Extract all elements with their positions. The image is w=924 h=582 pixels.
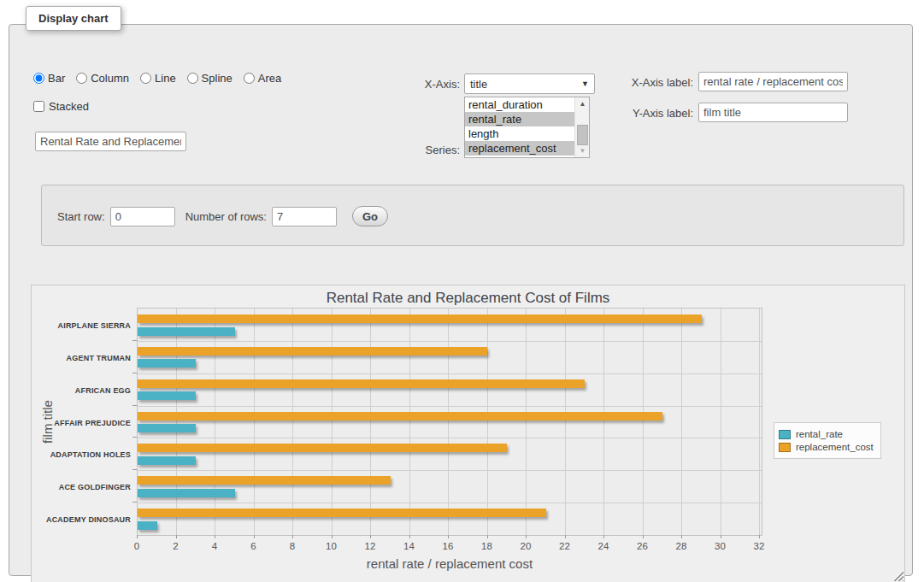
radio-area[interactable]: [244, 73, 255, 84]
x-axis-select[interactable]: title ▼: [464, 73, 595, 94]
radio-column[interactable]: [76, 73, 87, 84]
gridline-vertical: [721, 309, 721, 535]
gridline-vertical: [292, 309, 293, 535]
gridline-vertical: [254, 309, 255, 535]
legend-swatch-0: [779, 430, 791, 439]
scroll-down-icon[interactable]: ▼: [575, 144, 590, 157]
stacked-checkbox-row[interactable]: Stacked: [33, 100, 89, 113]
series-select-label: Series:: [385, 144, 460, 156]
gridline-vertical: [603, 309, 604, 535]
chart-title-input[interactable]: [35, 132, 186, 151]
bar-rental_rate: [138, 424, 196, 432]
x-axis-selected-value: title: [470, 78, 581, 91]
bar-rental_rate: [138, 359, 196, 367]
x-tick-mark: [603, 535, 604, 538]
radio-option-area[interactable]: Area: [244, 72, 281, 85]
x-tick-label: 14: [403, 541, 415, 551]
bar-rental_rate: [138, 391, 196, 400]
category-label: AFRICAN EGG: [32, 386, 131, 395]
x-tick-label: 20: [521, 541, 532, 551]
start-row-input[interactable]: [110, 207, 175, 226]
y-tick-mark: [132, 469, 137, 470]
x-tick-label: 8: [290, 541, 295, 551]
legend-label-replacement-cost: replacement_cost: [796, 442, 874, 452]
series-option-replacement-cost[interactable]: replacement_cost: [465, 141, 574, 156]
legend-swatch-1: [779, 443, 791, 452]
x-tick-mark: [721, 535, 721, 538]
chevron-down-icon: ▼: [581, 79, 589, 88]
x-tick-mark: [526, 535, 527, 538]
gridline-horizontal: [138, 406, 762, 407]
y-axis-label-input[interactable]: [698, 103, 848, 122]
legend-item-rental-rate: rental_rate: [779, 429, 874, 439]
category-label: AIRPLANE SIERRA: [32, 321, 131, 330]
chart-area: Rental Rate and Replacement Cost of Film…: [31, 285, 905, 582]
series-option-length[interactable]: length: [465, 126, 574, 141]
x-tick-label: 24: [598, 541, 609, 551]
bar-replacement_cost: [138, 509, 546, 517]
x-axis-label-label: X-Axis label:: [618, 76, 693, 89]
y-tick-mark: [132, 340, 137, 341]
category-label: ADAPTATION HOLES: [32, 450, 131, 459]
x-axis-label-input[interactable]: [698, 72, 848, 91]
gridline-vertical: [526, 309, 527, 535]
x-tick-mark: [409, 535, 410, 538]
resize-grip[interactable]: [893, 571, 903, 581]
x-tick-mark: [215, 535, 215, 538]
radio-option-spline[interactable]: Spline: [187, 72, 232, 85]
x-tick-label: 32: [754, 541, 765, 551]
series-option-rental-duration[interactable]: rental_duration: [465, 97, 574, 112]
radio-bar-label: Bar: [48, 72, 65, 85]
radio-line-label: Line: [155, 72, 176, 85]
go-button[interactable]: Go: [352, 206, 388, 226]
fieldset-legend: Display chart: [26, 6, 121, 31]
legend-label-rental-rate: rental_rate: [796, 429, 843, 439]
bar-replacement_cost: [138, 347, 487, 356]
series-option-rental-rate[interactable]: rental_rate: [465, 112, 574, 126]
category-label: ACE GOLDFINGER: [32, 483, 131, 491]
num-rows-label: Number of rows:: [185, 210, 267, 223]
x-tick-label: 26: [637, 541, 648, 551]
stacked-checkbox[interactable]: [33, 101, 44, 112]
bar-rental_rate: [138, 521, 157, 530]
bar-rental_rate: [138, 456, 196, 465]
x-tick-mark: [643, 535, 644, 538]
bar-replacement_cost: [138, 315, 702, 323]
x-tick-mark: [137, 535, 138, 538]
radio-option-column[interactable]: Column: [76, 72, 129, 85]
chart-legend: rental_rate replacement_cost: [774, 422, 881, 459]
row-range-panel: Start row: Number of rows: Go: [41, 185, 904, 246]
chart-title: Rental Rate and Replacement Cost of Film…: [32, 290, 904, 307]
radio-bar[interactable]: [33, 73, 44, 84]
y-axis-label-label: Y-Axis label:: [618, 107, 693, 120]
gridline-vertical: [409, 309, 410, 535]
num-rows-input[interactable]: [272, 207, 337, 226]
gridline-vertical: [176, 309, 177, 535]
category-label: AFFAIR PREJUDICE: [32, 419, 131, 427]
scroll-up-icon[interactable]: ▲: [575, 97, 590, 110]
bar-rental_rate: [138, 489, 235, 497]
x-tick-mark: [332, 535, 333, 538]
category-label: AGENT TRUMAN: [32, 354, 131, 362]
radio-line[interactable]: [140, 73, 151, 84]
x-tick-mark: [448, 535, 449, 538]
gridline-horizontal: [138, 470, 762, 471]
gridline-horizontal: [138, 373, 762, 374]
gridline-vertical: [565, 309, 566, 535]
radio-option-bar[interactable]: Bar: [33, 72, 65, 85]
y-tick-mark: [132, 502, 137, 503]
bar-rental_rate: [138, 327, 235, 336]
x-axis-select-label: X-Axis:: [385, 78, 460, 91]
scrollbar-thumb[interactable]: [577, 125, 588, 145]
radio-option-line[interactable]: Line: [140, 72, 176, 85]
y-tick-mark: [132, 373, 137, 373]
bar-replacement_cost: [138, 412, 662, 420]
gridline-horizontal: [138, 438, 762, 438]
radio-spline[interactable]: [187, 73, 198, 84]
x-tick-label: 2: [173, 541, 178, 551]
x-tick-label: 10: [326, 541, 337, 551]
series-multiselect[interactable]: rental_duration rental_rate length repla…: [464, 97, 590, 158]
x-tick-label: 4: [212, 541, 217, 551]
x-tick-label: 18: [481, 541, 492, 551]
series-scrollbar[interactable]: ▲ ▼: [574, 97, 589, 157]
